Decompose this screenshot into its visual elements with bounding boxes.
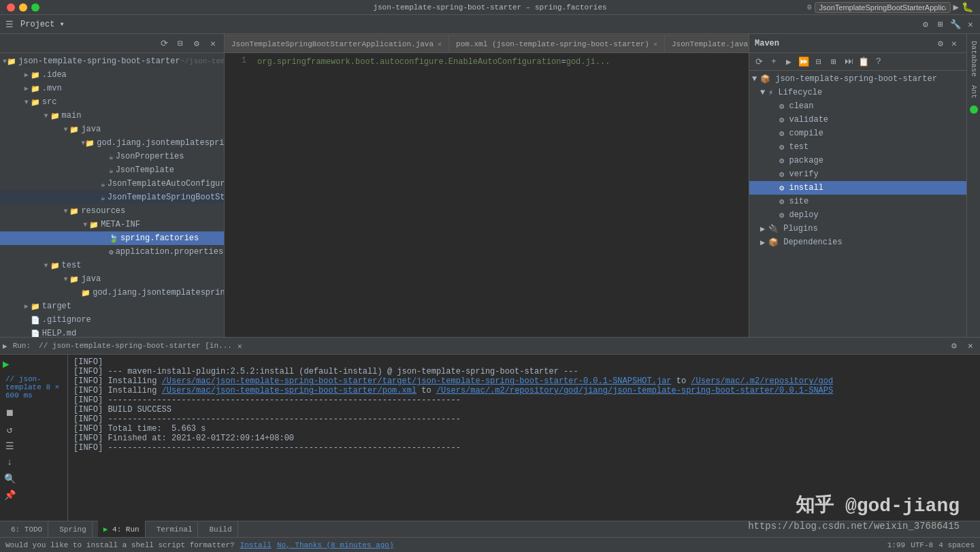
tab-tab-pom[interactable]: pom.xml (json-template-spring-boot-start…: [449, 35, 665, 52]
maximize-button[interactable]: [31, 3, 39, 12]
bottom-close-icon[interactable]: ✕: [964, 339, 977, 353]
tree-icon-pkg: 📁: [85, 139, 95, 148]
maven-lifecycle-item-verify[interactable]: ⚙ verify: [749, 167, 966, 181]
todo-tab[interactable]: 6: TODO: [5, 521, 48, 538]
maven-debug-icon[interactable]: ⏩: [797, 55, 811, 69]
ant-tool[interactable]: Ant: [968, 81, 979, 103]
bottom-settings-icon[interactable]: ⚙: [947, 339, 961, 353]
run-play-button[interactable]: ▶: [3, 357, 10, 371]
collapse-icon[interactable]: ⊟: [174, 37, 187, 50]
close-button[interactable]: [7, 3, 15, 12]
install-link[interactable]: Install: [240, 541, 272, 549]
maven-lifecycle[interactable]: ▼⚡ Lifecycle: [749, 86, 966, 99]
spring-tab[interactable]: Spring: [54, 521, 93, 538]
no-thanks-link[interactable]: No, Thanks (8 minutes ago): [277, 541, 394, 549]
maven-lifecycle-item-site[interactable]: ⚙ site: [749, 195, 966, 208]
tree-item-mvn[interactable]: ▶📁.mvn: [0, 82, 224, 95]
tree-item-test[interactable]: ▼📁test: [0, 259, 224, 272]
run-tab[interactable]: ▶ 4: Run: [98, 521, 146, 538]
tree-label-HELP: HELP.md: [42, 329, 76, 337]
maven-root[interactable]: ▼📦 json-template-spring-boot-starter: [749, 72, 966, 86]
tree-item-target[interactable]: ▶📁target: [0, 299, 224, 313]
maven-lifecycle-item-compile[interactable]: ⚙ compile: [749, 127, 966, 140]
build-tab[interactable]: Build: [203, 521, 238, 538]
tree-item-JsonProperties[interactable]: ☕JsonProperties: [0, 150, 224, 163]
tools-icon[interactable]: 🔧: [949, 18, 962, 31]
maven-lifecycle-item-test[interactable]: ⚙ test: [749, 140, 966, 154]
settings-icon[interactable]: ⚙: [919, 18, 932, 31]
tree-item-META-INF[interactable]: ▼📁META-INF: [0, 218, 224, 231]
maven-lifecycle-item-install[interactable]: ⚙ install: [749, 181, 966, 195]
tree-item-main[interactable]: ▼📁main: [0, 109, 224, 123]
maven-refresh-icon[interactable]: ⟳: [752, 55, 766, 69]
maven-run-icon[interactable]: ▶: [782, 55, 796, 69]
tree-item-gitignore[interactable]: 📄.gitignore: [0, 313, 224, 327]
run-rerun-icon[interactable]: ↺: [3, 423, 16, 436]
maven-skip-icon[interactable]: ⏭: [842, 55, 855, 69]
tree-item-idea[interactable]: ▶📁.idea: [0, 68, 224, 82]
sidebar-settings-icon[interactable]: ⚙: [190, 37, 203, 50]
run-tab-close[interactable]: ✕: [238, 342, 242, 351]
tree-item-resources[interactable]: ▼📁resources: [0, 204, 224, 218]
run-button[interactable]: ▶: [953, 1, 959, 13]
tree-item-testpkg[interactable]: 📁god.jiang.jsontemplatespringbootstarter: [0, 286, 224, 299]
tree-item-testjava[interactable]: ▼📁java: [0, 272, 224, 286]
log-link[interactable]: /Users/mac/.m2/repository/god/jiang/json…: [436, 386, 833, 395]
maven-expand-icon[interactable]: ⊞: [827, 55, 840, 69]
maven-help-icon[interactable]: ?: [872, 55, 885, 69]
tree-item-pkg[interactable]: ▼📁god.jiang.jsontemplatespringbootstarte…: [0, 136, 224, 150]
hamburger-icon[interactable]: ☰: [3, 18, 16, 31]
tab-close-tab-pom[interactable]: ✕: [653, 40, 657, 48]
maven-lifecycle-item-package[interactable]: ⚙ package: [749, 154, 966, 167]
tree-item-HELP[interactable]: 📄HELP.md: [0, 327, 224, 337]
maven-settings-icon[interactable]: ⚙: [934, 37, 947, 50]
maven-dependencies[interactable]: ▶📦 Dependencies: [749, 236, 966, 249]
tree-item-application.properties[interactable]: ⚙application.properties: [0, 245, 224, 259]
run-search-icon[interactable]: 🔍: [3, 472, 16, 485]
tree-item-spring.factories[interactable]: 🍃spring.factories: [0, 231, 224, 245]
maven-close-icon[interactable]: ✕: [947, 37, 961, 50]
debug-button[interactable]: 🐛: [962, 1, 973, 13]
run-pin-icon[interactable]: 📌: [3, 488, 16, 502]
layout-icon[interactable]: ⊞: [934, 18, 947, 31]
editor-content[interactable]: 1 org.springframework.boot.autoconfigure…: [225, 53, 749, 337]
log-line-5: [INFO] BUILD SUCCESS: [74, 405, 975, 415]
tree-item-JsonTemplateAutoConfiguration[interactable]: ☕JsonTemplateAutoConfiguration: [0, 177, 224, 191]
search-input[interactable]: [815, 2, 951, 13]
maven-lifecycle-item-validate[interactable]: ⚙ validate: [749, 113, 966, 127]
log-link[interactable]: /Users/mac/json-template-spring-boot-sta…: [162, 386, 416, 395]
tree-arrow-testjava: ▼: [61, 276, 69, 283]
maven-collapse-icon[interactable]: ⊟: [812, 55, 826, 69]
run-sidebar-item[interactable]: // json-template 8 × 600 ms: [3, 374, 65, 401]
run-stop-icon[interactable]: ⏹: [3, 406, 16, 420]
run-filter-icon[interactable]: ☰: [3, 439, 16, 453]
log-link[interactable]: /Users/mac/.m2/repository/god: [691, 376, 833, 386]
tree-item-JsonTemplate[interactable]: ☕JsonTemplate: [0, 163, 224, 177]
tree-item-src[interactable]: ▼📁src: [0, 95, 224, 109]
code-content[interactable]: org.springframework.boot.autoconfigure.E…: [252, 56, 749, 334]
close-toolbar-icon[interactable]: ✕: [964, 18, 977, 31]
database-tool[interactable]: Database: [968, 37, 979, 81]
sync-icon[interactable]: ⟳: [157, 37, 171, 50]
tree-item-JsonTemplateSpringBootStarterApplication[interactable]: ☕JsonTemplateSpringBootStarterApplicatio…: [0, 191, 224, 204]
log-link[interactable]: /Users/mac/json-template-spring-boot-sta…: [162, 376, 672, 386]
maven-plugins[interactable]: ▶🔌 Plugins: [749, 222, 966, 236]
maven-title: Maven: [755, 39, 779, 48]
maven-lifecycle-item-deploy[interactable]: ⚙ deploy: [749, 208, 966, 222]
maven-lifecycle-item-clean[interactable]: ⚙ clean: [749, 99, 966, 113]
title-bar: json-template-spring-boot-starter – spri…: [0, 0, 980, 15]
maven-generate-icon[interactable]: 📋: [857, 55, 870, 69]
run-scroll-icon[interactable]: ↓: [3, 455, 16, 469]
terminal-tab[interactable]: Terminal: [151, 521, 199, 538]
tree-label-test: test: [62, 261, 82, 270]
tab-close-tab-app-java[interactable]: ✕: [438, 40, 442, 48]
tree-item-java[interactable]: ▼📁java: [0, 123, 224, 136]
minimize-button[interactable]: [19, 3, 27, 12]
tab-tab-jsontemplate[interactable]: JsonTemplate.java✕: [665, 35, 749, 52]
tab-tab-app-java[interactable]: JsonTemplateSpringBootStarterApplication…: [225, 35, 449, 52]
window-controls[interactable]: [7, 3, 39, 12]
maven-add-icon[interactable]: +: [767, 55, 781, 69]
tree-item-root[interactable]: ▼📁json-template-spring-boot-starter ~/js…: [0, 54, 224, 68]
sidebar-close-icon[interactable]: ✕: [206, 37, 220, 50]
run-tab-label[interactable]: Run:: [13, 342, 31, 350]
